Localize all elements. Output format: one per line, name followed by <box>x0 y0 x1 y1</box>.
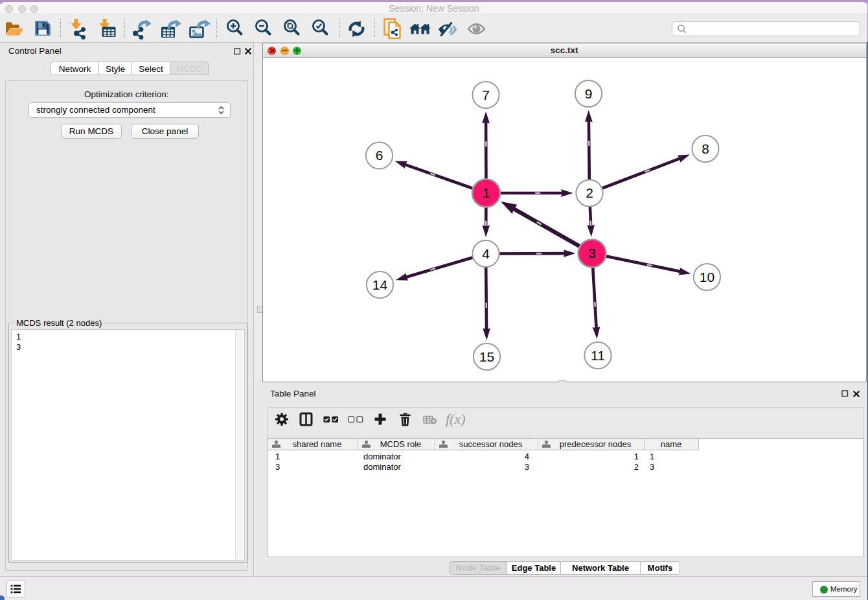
svg-text:14: 14 <box>372 277 387 292</box>
svg-text:8: 8 <box>702 141 709 156</box>
svg-text:2: 2 <box>586 185 593 200</box>
svg-text:7: 7 <box>482 87 490 102</box>
svg-text:1: 1 <box>482 185 490 200</box>
svg-text:15: 15 <box>479 349 494 364</box>
svg-text:10: 10 <box>699 270 714 284</box>
svg-text:11: 11 <box>591 348 605 363</box>
svg-text:9: 9 <box>584 86 592 101</box>
svg-text:4: 4 <box>482 246 490 261</box>
svg-text:6: 6 <box>375 148 383 163</box>
svg-text:3: 3 <box>588 246 596 260</box>
